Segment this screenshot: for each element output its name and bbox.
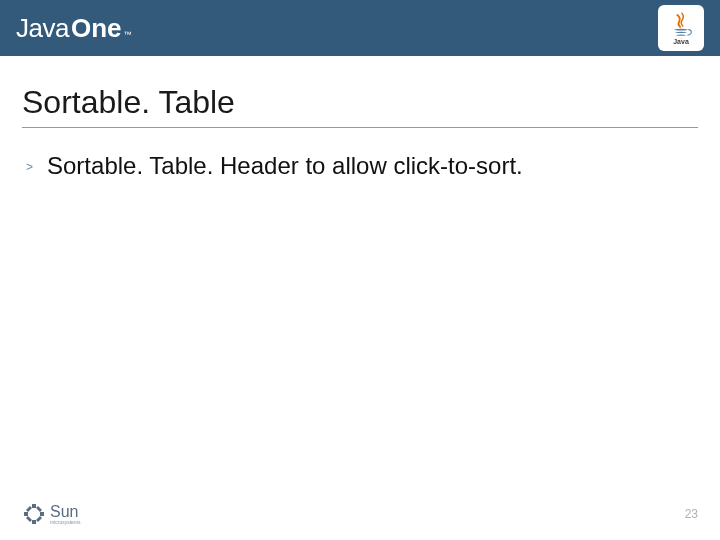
sun-logo-subtext: microsystems: [50, 519, 81, 525]
javaone-logo: Java One ™: [16, 13, 132, 44]
header-bar: Java One ™ Java: [0, 0, 720, 56]
sun-logo-text: Sun: [50, 503, 78, 520]
sun-emblem-icon: [22, 502, 46, 526]
bullet-item: > Sortable. Table. Header to allow click…: [22, 152, 698, 180]
java-icon: Java: [658, 5, 704, 51]
bullet-marker-icon: >: [26, 160, 33, 174]
java-icon-label: Java: [673, 38, 689, 45]
slide-footer: Sun microsystems 23: [0, 502, 720, 526]
trademark-symbol: ™: [124, 30, 132, 39]
bullet-text: Sortable. Table. Header to allow click-t…: [47, 152, 523, 180]
page-number: 23: [685, 507, 698, 521]
sun-logo: Sun microsystems: [22, 502, 81, 526]
logo-java-text: Java: [16, 13, 69, 44]
slide-content: Sortable. Table > Sortable. Table. Heade…: [0, 56, 720, 180]
java-cup-icon: [670, 12, 692, 40]
logo-one-text: One: [71, 13, 122, 44]
slide-title: Sortable. Table: [22, 84, 698, 128]
